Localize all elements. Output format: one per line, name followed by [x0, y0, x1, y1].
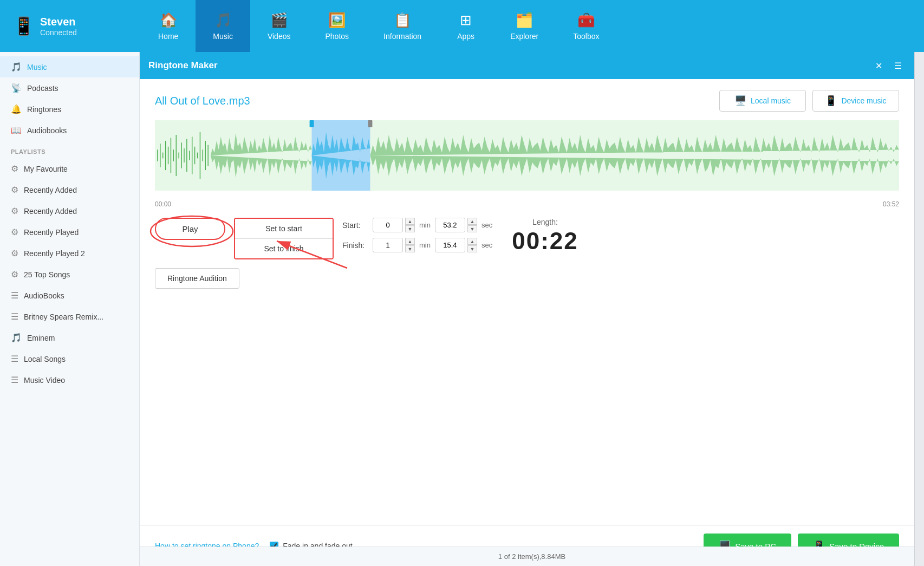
start-label: Start:	[342, 221, 368, 230]
gear-icon-2: ⚙	[11, 185, 18, 195]
photos-icon: 🖼️	[328, 12, 346, 29]
start-sec-group: ▲ ▼	[435, 218, 477, 232]
time-start-label: 00:00	[155, 200, 171, 208]
list-icon-2: ☰	[11, 311, 18, 322]
nav-item-videos[interactable]: 🎬 Videos	[250, 0, 308, 52]
sidebar-item-recently-added-2[interactable]: ⚙ Recently Added	[0, 200, 139, 222]
main-area: 🎵 Music 📡 Podcasts 🔔 Ringtones 📖 Audiobo…	[0, 52, 924, 566]
nav-label-photos: Photos	[325, 32, 349, 41]
modal-close-button[interactable]: ✕	[871, 58, 886, 73]
sidebar-item-music-video[interactable]: ☰ Music Video	[0, 369, 139, 391]
start-sec-unit: sec	[481, 221, 492, 229]
content-area: Ringtone Maker ✕ ☰ All Out of Love.mp3 🖥…	[140, 52, 924, 566]
sidebar-item-25-top-songs[interactable]: ⚙ 25 Top Songs	[0, 264, 139, 285]
nav-item-toolbox[interactable]: 🧰 Toolbox	[556, 0, 616, 52]
sidebar-item-recently-played-1[interactable]: ⚙ Recently Played	[0, 222, 139, 243]
monitor-icon: 🖥️	[734, 95, 746, 107]
nav-item-home[interactable]: 🏠 Home	[141, 0, 196, 52]
audition-row: Ringtone Audition	[155, 268, 899, 289]
start-sec-down[interactable]: ▼	[467, 225, 477, 232]
svg-rect-1	[312, 120, 370, 191]
device-text: Steven Connected	[40, 16, 77, 37]
svg-rect-43	[368, 120, 373, 127]
playlist-label-britney: Britney Spears Remix...	[24, 313, 103, 321]
finish-min-down[interactable]: ▼	[405, 245, 415, 252]
finish-sec-up[interactable]: ▲	[467, 238, 477, 245]
finish-time-row: Finish: ▲ ▼ min	[342, 238, 492, 252]
information-icon: 📋	[394, 12, 411, 29]
music-icon-eminem: 🎵	[11, 333, 22, 343]
sidebar-item-local-songs[interactable]: ☰ Local Songs	[0, 348, 139, 369]
device-name: Steven	[40, 16, 77, 28]
sidebar-item-recently-played-2[interactable]: ⚙ Recently Played 2	[0, 243, 139, 264]
ringtones-icon: 🔔	[11, 104, 22, 114]
start-sec-input[interactable]	[435, 218, 465, 232]
device-music-label: Device music	[841, 96, 886, 105]
sidebar-item-audiobooks[interactable]: 📖 Audiobooks	[0, 120, 139, 141]
device-info: 📱 Steven Connected	[0, 0, 141, 52]
local-music-button[interactable]: 🖥️ Local music	[719, 90, 806, 112]
explorer-icon: 🗂️	[516, 12, 533, 29]
nav-item-explorer[interactable]: 🗂️ Explorer	[493, 0, 556, 52]
controls-row: Play Set to start Set to finish	[155, 218, 899, 259]
sidebar-item-audiobooks-pl[interactable]: ☰ AudioBooks	[0, 285, 139, 306]
finish-min-group: ▲ ▼	[373, 238, 415, 252]
playlist-label-recently-played-1: Recently Played	[24, 228, 79, 237]
finish-sec-unit: sec	[481, 241, 492, 249]
play-button-wrap: Play	[155, 218, 225, 240]
time-inputs: Start: ▲ ▼ min	[342, 218, 492, 252]
gear-icon-5: ⚙	[11, 248, 18, 258]
list-icon-4: ☰	[11, 375, 18, 385]
play-button[interactable]: Play	[155, 218, 225, 240]
start-min-input[interactable]	[373, 218, 403, 232]
start-min-up[interactable]: ▲	[405, 218, 415, 225]
finish-sec-spinners: ▲ ▼	[467, 238, 477, 252]
finish-sec-down[interactable]: ▼	[467, 245, 477, 252]
scrollbar[interactable]	[914, 52, 924, 566]
nav-items: 🏠 Home 🎵 Music 🎬 Videos 🖼️ Photos 📋 Info…	[141, 0, 924, 52]
playlist-label-music-video: Music Video	[24, 376, 65, 385]
start-sec-up[interactable]: ▲	[467, 218, 477, 225]
modal-menu-button[interactable]: ☰	[890, 58, 906, 73]
finish-min-unit: min	[419, 241, 431, 249]
sidebar-item-music[interactable]: 🎵 Music	[0, 56, 139, 77]
sidebar-item-britney[interactable]: ☰ Britney Spears Remix...	[0, 306, 139, 327]
set-to-finish-button[interactable]: Set to finish	[235, 239, 333, 258]
playlist-label-recently-played-2: Recently Played 2	[24, 249, 85, 258]
waveform-container[interactable]	[155, 120, 899, 191]
nav-item-apps[interactable]: ⊞ Apps	[439, 0, 493, 52]
sidebar-item-podcasts[interactable]: 📡 Podcasts	[0, 77, 139, 99]
set-to-start-button[interactable]: Set to start	[235, 219, 333, 239]
sidebar-item-recently-added-1[interactable]: ⚙ Recently Added	[0, 179, 139, 200]
svg-rect-0	[155, 120, 899, 191]
sidebar-item-my-favourite[interactable]: ⚙ My Favourite	[0, 158, 139, 179]
set-buttons-box: Set to start Set to finish	[234, 218, 334, 259]
finish-min-up[interactable]: ▲	[405, 238, 415, 245]
nav-item-photos[interactable]: 🖼️ Photos	[308, 0, 366, 52]
device-music-button[interactable]: 📱 Device music	[812, 90, 899, 112]
time-end-label: 03:52	[883, 200, 899, 208]
status-text: 1 of 2 item(s),8.84MB	[498, 552, 565, 561]
sidebar-label-ringtones: Ringtones	[27, 105, 61, 114]
sidebar-item-eminem[interactable]: 🎵 Eminem	[0, 327, 139, 348]
svg-rect-42	[310, 120, 314, 127]
nav-item-music[interactable]: 🎵 Music	[196, 0, 250, 52]
finish-min-input[interactable]	[373, 238, 403, 252]
nav-item-information[interactable]: 📋 Information	[366, 0, 439, 52]
modal-header-buttons: ✕ ☰	[871, 58, 906, 73]
waveform-svg	[155, 120, 899, 191]
start-min-down[interactable]: ▼	[405, 225, 415, 232]
finish-sec-input[interactable]	[435, 238, 465, 252]
file-name: All Out of Love.mp3	[155, 95, 250, 107]
list-icon-3: ☰	[11, 354, 18, 364]
finish-min-spinners: ▲ ▼	[405, 238, 415, 252]
ringtone-audition-button[interactable]: Ringtone Audition	[155, 268, 239, 289]
top-bar: 📱 Steven Connected 🏠 Home 🎵 Music 🎬 Vide…	[0, 0, 924, 52]
ringtone-modal: Ringtone Maker ✕ ☰ All Out of Love.mp3 🖥…	[140, 52, 914, 566]
sidebar-item-ringtones[interactable]: 🔔 Ringtones	[0, 99, 139, 120]
start-sec-spinners: ▲ ▼	[467, 218, 477, 232]
music-sidebar-icon: 🎵	[11, 62, 22, 72]
sidebar-label-podcasts: Podcasts	[27, 84, 58, 93]
playlist-label-my-favourite: My Favourite	[24, 165, 68, 173]
home-icon: 🏠	[160, 12, 177, 29]
